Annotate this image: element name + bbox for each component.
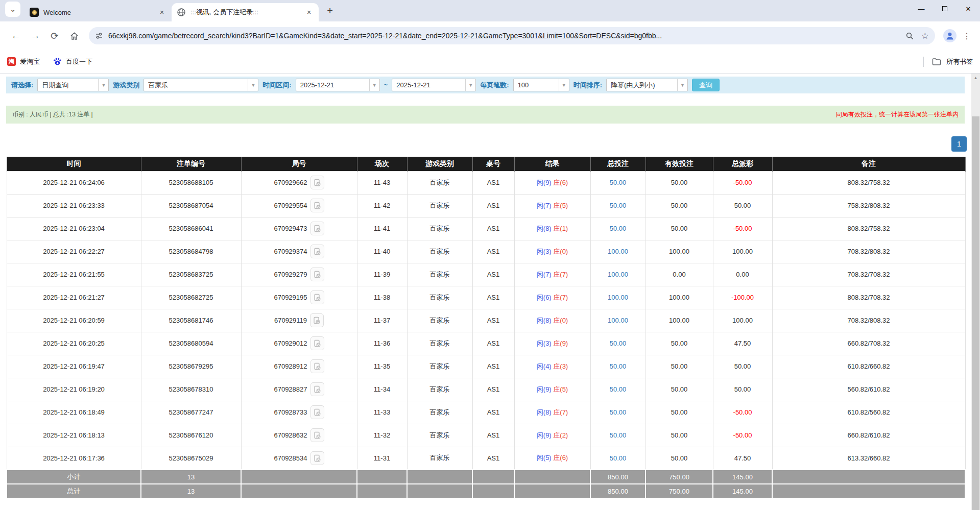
cell-bet-id: 523058679295 [141,355,241,378]
table-row: 2025-12-21 06:21:55523058683725670929279… [7,263,965,286]
video-icon [314,179,321,186]
person-icon [945,31,954,40]
total-cell: 小计 [7,470,141,484]
cell-session: 11-31 [357,447,407,470]
bookmark-star-icon[interactable]: ☆ [921,31,929,41]
cell-table-no: AS1 [472,355,514,378]
video-icon [314,362,321,370]
cell-round-id: 670929119 [241,309,357,332]
cell-payout: 47.50 [713,447,772,470]
video-replay-button[interactable] [310,313,324,327]
video-replay-button[interactable] [310,382,324,396]
cell-round-id: 670929279 [241,263,357,286]
video-icon [314,225,321,232]
url-text[interactable]: 66cxkj98.com/game/betrecord_search/kind3… [108,32,898,40]
date-start-select[interactable]: 2025-12-21 ▼ [296,79,380,91]
cell-remark: 660.82/708.32 [772,332,965,355]
total-cell: 145.00 [713,484,772,498]
game-type-select[interactable]: 百家乐 ▼ [144,79,258,91]
profile-avatar[interactable] [943,29,957,42]
video-replay-button[interactable] [310,176,324,189]
query-type-select[interactable]: 日期查询 ▼ [37,79,109,91]
tab-welcome[interactable]: Welcome × [25,3,172,21]
tab-close-icon[interactable]: × [304,8,314,17]
bookmark-taobao[interactable]: 淘 爱淘宝 [7,57,40,66]
cell-total-bet[interactable]: 50.00 [590,194,646,217]
chevron-down-icon: ▼ [465,79,475,91]
reload-button[interactable]: ⟳ [46,27,63,44]
close-window-button[interactable]: ✕ [957,0,980,17]
video-replay-button[interactable] [310,199,324,212]
cell-total-bet[interactable]: 50.00 [590,355,646,378]
taobao-icon: 淘 [7,57,16,66]
cell-time: 2025-12-21 06:22:27 [7,240,141,263]
cell-total-bet[interactable]: 100.00 [590,263,646,286]
column-header: 备注 [772,157,965,171]
tilde-separator: ~ [384,81,388,89]
cell-bet-id: 523058676120 [141,424,241,447]
per-page-select[interactable]: 100 ▼ [513,79,569,91]
tab-search-button[interactable]: ⌄ [5,2,20,17]
vertical-scrollbar[interactable]: ▲ [971,74,980,510]
cell-total-bet[interactable]: 50.00 [590,401,646,424]
cell-total-bet[interactable]: 50.00 [590,332,646,355]
video-replay-button[interactable] [310,290,324,304]
cell-remark: 708.32/808.32 [772,240,965,263]
cell-table-no: AS1 [472,263,514,286]
table-body: 2025-12-21 06:24:06523058688105670929662… [7,171,965,498]
bet-record-table: 时间注单编号局号场次游戏类别桌号结果总投注有效投注总派彩备注 2025-12-2… [6,157,966,499]
cell-total-bet[interactable]: 50.00 [590,424,646,447]
minimize-button[interactable]: — [910,0,933,17]
cell-bet-id: 523058678310 [141,378,241,401]
cell-total-bet[interactable]: 100.00 [590,309,646,332]
video-replay-button[interactable] [310,451,324,465]
cell-total-bet[interactable]: 50.00 [590,378,646,401]
bookmarks-bar: 淘 爱淘宝 百度一下 所有书签 [0,50,980,74]
date-end-select[interactable]: 2025-12-21 ▼ [392,79,476,91]
page-content: 请选择: 日期查询 ▼ 游戏类别 百家乐 ▼ 时间区间: 2025-12-21 … [0,74,980,510]
total-cell [772,470,965,484]
video-replay-button[interactable] [310,336,324,350]
forward-button[interactable]: → [27,27,44,44]
all-bookmarks[interactable]: 所有书签 [923,57,973,67]
tab-title: :::视讯, 会员下注纪录::: [190,8,300,17]
sort-select[interactable]: 降幂(由大到小) ▼ [606,79,688,91]
video-replay-button[interactable] [310,268,324,281]
browser-menu-icon[interactable]: ⋮ [961,30,973,42]
total-cell [514,470,590,484]
pagination-page-1[interactable]: 1 [951,136,967,152]
table-row: 2025-12-21 06:20:59523058681746670929119… [7,309,965,332]
video-replay-button[interactable] [310,359,324,373]
total-cell: 13 [141,470,241,484]
cell-total-bet[interactable]: 50.00 [590,447,646,470]
cell-total-bet[interactable]: 100.00 [590,286,646,309]
table-row: 2025-12-21 06:19:20523058678310670928827… [7,378,965,401]
cell-round-id: 670928912 [241,355,357,378]
site-info-icon[interactable] [95,32,103,40]
cell-time: 2025-12-21 06:20:59 [7,309,141,332]
cell-total-bet[interactable]: 50.00 [590,171,646,194]
cell-total-bet[interactable]: 50.00 [590,217,646,240]
zoom-search-icon[interactable] [905,32,914,40]
browser-toolbar: ← → ⟳ 66cxkj98.com/game/betrecord_search… [0,21,980,50]
scrollbar-thumb[interactable] [972,116,979,510]
cell-total-bet[interactable]: 100.00 [590,240,646,263]
new-tab-button[interactable]: + [323,4,337,18]
back-button[interactable]: ← [7,27,25,44]
video-replay-button[interactable] [310,245,324,258]
url-bar[interactable]: 66cxkj98.com/game/betrecord_search/kind3… [89,27,935,44]
video-replay-button[interactable] [310,405,324,419]
video-replay-button[interactable] [310,222,324,235]
home-button[interactable] [65,27,83,44]
video-replay-button[interactable] [310,428,324,442]
bookmark-baidu[interactable]: 百度一下 [53,57,92,66]
table-row: 2025-12-21 06:23:04523058686041670929473… [7,217,965,240]
scroll-up-icon[interactable]: ▲ [971,74,980,82]
cell-payout: 47.50 [713,332,772,355]
tab-close-icon[interactable]: × [157,8,166,17]
cell-result: 闲(5) 庄(6) [514,447,590,470]
tab-betrecord[interactable]: :::视讯, 会员下注纪录::: × [172,3,319,21]
cell-valid-bet: 50.00 [646,171,713,194]
search-button[interactable]: 查询 [692,79,720,91]
maximize-button[interactable] [933,0,957,17]
